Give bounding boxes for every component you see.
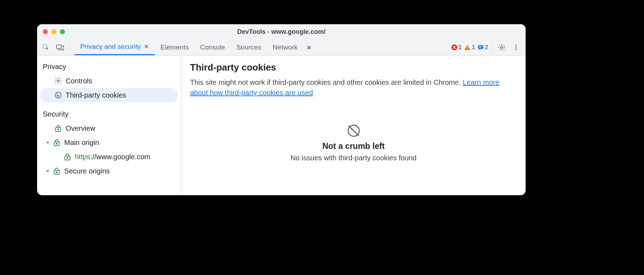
svg-point-15 xyxy=(57,96,58,97)
svg-point-10 xyxy=(515,48,517,50)
expand-arrow-icon[interactable] xyxy=(44,140,51,145)
svg-point-21 xyxy=(67,157,68,159)
lock-icon xyxy=(51,167,62,175)
toolbar-divider xyxy=(492,43,492,52)
warning-count: 1 xyxy=(472,44,475,51)
cookie-off-icon xyxy=(346,123,362,139)
sidebar: Privacy Controls Third-party cookies Sec… xyxy=(37,56,182,195)
warning-count-badge[interactable]: 1 xyxy=(464,44,475,51)
svg-point-19 xyxy=(56,143,57,144)
sidebar-item-third-party-cookies[interactable]: Third-party cookies xyxy=(40,88,178,102)
tab-label: Network xyxy=(273,43,298,51)
panel-tabs: Privacy and security ✕ Elements Console … xyxy=(75,39,448,55)
sidebar-item-origin-url[interactable]: https://www.google.com xyxy=(37,150,181,164)
tab-elements[interactable]: Elements xyxy=(155,39,194,55)
panel-body: Privacy Controls Third-party cookies Sec… xyxy=(37,56,526,195)
window-controls xyxy=(43,29,65,34)
window-title: DevTools - www.google.com/ xyxy=(37,28,526,36)
cookie-icon xyxy=(53,91,63,99)
sidebar-item-label: Third-party cookies xyxy=(63,91,126,99)
error-count: 1 xyxy=(459,44,462,51)
svg-point-8 xyxy=(515,45,517,46)
devtools-window: DevTools - www.google.com/ Privacy xyxy=(37,24,526,195)
main-content: Third-party cookies This site might not … xyxy=(182,56,526,195)
toolbar-divider xyxy=(70,43,70,52)
empty-state: Not a crumb left No issues with third-pa… xyxy=(190,123,517,162)
window-maximize-button[interactable] xyxy=(60,29,65,34)
description-text: This site might not work if third-party … xyxy=(190,78,463,86)
url-scheme: https xyxy=(75,153,90,161)
svg-rect-4 xyxy=(467,46,468,48)
tab-label: Sources xyxy=(236,43,261,51)
sidebar-item-label: https://www.google.com xyxy=(73,153,150,161)
lock-icon xyxy=(62,153,73,161)
sidebar-section-privacy: Privacy xyxy=(37,61,181,74)
svg-point-11 xyxy=(57,80,59,82)
svg-point-23 xyxy=(56,172,57,173)
sidebar-item-main-origin[interactable]: Main origin xyxy=(37,135,181,150)
sidebar-item-secure-origins[interactable]: Secure origins xyxy=(37,164,181,178)
tab-sources[interactable]: Sources xyxy=(231,39,267,55)
svg-point-17 xyxy=(58,129,59,130)
settings-button[interactable] xyxy=(496,41,508,53)
lock-icon xyxy=(53,124,63,132)
svg-point-13 xyxy=(57,94,57,95)
message-count: 2 xyxy=(485,44,488,51)
sidebar-section-security: Security xyxy=(37,108,181,121)
svg-point-9 xyxy=(515,47,517,48)
tab-privacy-security[interactable]: Privacy and security ✕ xyxy=(75,39,155,55)
empty-state-subtitle: No issues with third-party cookies found xyxy=(291,154,417,162)
url-rest: ://www.google.com xyxy=(90,153,150,161)
tab-label: Elements xyxy=(160,43,189,51)
sidebar-item-label: Controls xyxy=(63,77,92,85)
page-heading: Third-party cookies xyxy=(190,62,517,73)
page-description: This site might not work if third-party … xyxy=(190,77,517,98)
message-count-badge[interactable]: 2 xyxy=(477,44,488,51)
window-titlebar: DevTools - www.google.com/ xyxy=(37,24,526,39)
sidebar-item-controls[interactable]: Controls xyxy=(37,74,181,88)
sidebar-item-label: Main origin xyxy=(62,139,99,147)
svg-point-14 xyxy=(58,95,59,96)
tab-label: Privacy and security xyxy=(80,43,141,51)
expand-arrow-icon[interactable] xyxy=(44,169,51,173)
svg-point-7 xyxy=(501,46,503,48)
more-tabs-button[interactable]: » xyxy=(303,39,315,55)
device-toolbar-button[interactable] xyxy=(54,41,66,53)
devtools-toolbar: Privacy and security ✕ Elements Console … xyxy=(37,39,526,56)
tab-label: Console xyxy=(200,43,225,51)
window-close-button[interactable] xyxy=(43,29,48,34)
tab-console[interactable]: Console xyxy=(194,39,231,55)
tab-network[interactable]: Network xyxy=(267,39,303,55)
more-options-button[interactable] xyxy=(510,41,522,53)
empty-state-title: Not a crumb left xyxy=(322,141,385,151)
svg-rect-5 xyxy=(467,48,468,49)
svg-rect-2 xyxy=(61,46,64,50)
sidebar-item-label: Secure origins xyxy=(62,167,110,175)
close-tab-icon[interactable]: ✕ xyxy=(144,43,149,51)
svg-rect-6 xyxy=(478,45,483,49)
svg-rect-1 xyxy=(57,45,62,48)
sidebar-item-overview[interactable]: Overview xyxy=(37,121,181,135)
window-minimize-button[interactable] xyxy=(51,29,56,34)
sidebar-item-label: Overview xyxy=(63,124,95,133)
error-count-badge[interactable]: 1 xyxy=(451,44,462,51)
gear-icon xyxy=(53,77,63,85)
inspect-element-button[interactable] xyxy=(40,41,52,53)
svg-point-12 xyxy=(55,92,61,98)
lock-icon xyxy=(51,139,62,146)
